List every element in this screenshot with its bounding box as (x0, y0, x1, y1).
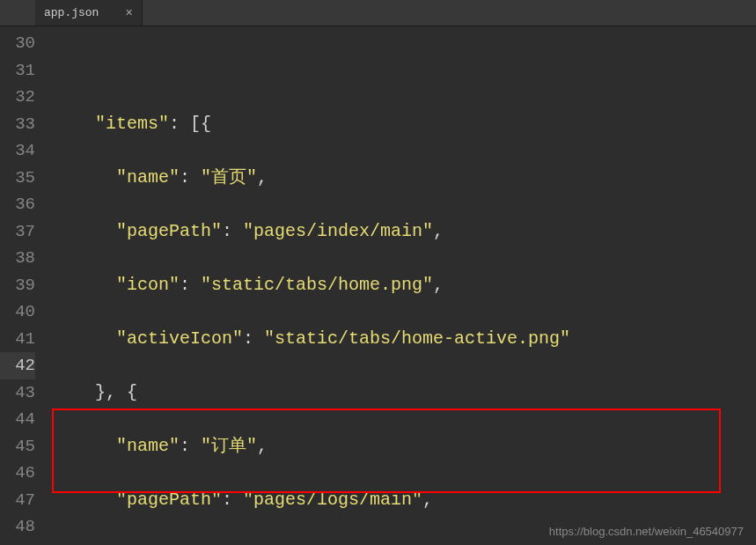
tab-bar: app.json × (0, 0, 756, 26)
code-area[interactable]: "items": [{ "name": "首页", "pagePath": "p… (44, 26, 756, 545)
line-number: 46 (0, 460, 35, 487)
line-number: 39 (0, 272, 35, 299)
line-number: 44 (0, 406, 35, 433)
line-number: 48 (0, 513, 35, 541)
line-number: 31 (0, 57, 35, 85)
line-number: 42 (0, 352, 35, 379)
line-number: 40 (0, 298, 35, 326)
line-gutter: 30 31 32 33 34 35 36 37 38 39 40 41 42 4… (0, 26, 44, 545)
close-icon[interactable]: × (125, 6, 132, 20)
line-number: 30 (0, 30, 35, 57)
tab-filename: app.json (44, 6, 99, 19)
line-number: 35 (0, 165, 35, 192)
watermark: https://blog.csdn.net/weixin_46540977 (549, 525, 744, 538)
line-number: 45 (0, 433, 35, 460)
line-number: 43 (0, 379, 35, 407)
line-number: 34 (0, 137, 35, 165)
line-number: 38 (0, 245, 35, 272)
line-number: 41 (0, 326, 35, 353)
line-number: 36 (0, 191, 35, 218)
editor: 30 31 32 33 34 35 36 37 38 39 40 41 42 4… (0, 26, 756, 545)
line-number: 37 (0, 218, 35, 246)
line-number: 33 (0, 111, 35, 138)
line-number: 47 (0, 487, 35, 514)
line-number: 32 (0, 84, 35, 111)
tab-spacer (0, 0, 35, 26)
tab-app-json[interactable]: app.json × (35, 0, 143, 26)
